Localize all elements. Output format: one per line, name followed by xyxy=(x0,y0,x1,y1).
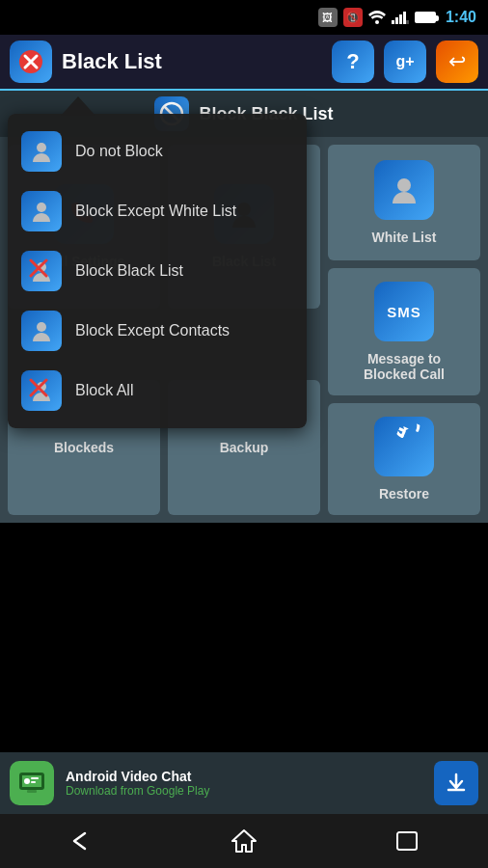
block-except-white-label: Block Except White List xyxy=(75,203,236,220)
question-icon: ? xyxy=(346,49,359,74)
undo-icon: ↩ xyxy=(448,49,466,74)
dropdown-block-except-contacts[interactable]: Block Except Contacts xyxy=(8,301,307,361)
dropdown-block-all[interactable]: Block All xyxy=(8,361,307,420)
svg-rect-25 xyxy=(27,790,37,793)
svg-rect-4 xyxy=(403,12,406,24)
status-bar: 🖼 📵 1:40 xyxy=(0,0,488,35)
sms-icon: SMS xyxy=(374,282,434,341)
battery-icon xyxy=(415,12,436,23)
svg-point-11 xyxy=(37,143,46,152)
ad-subtitle: Download from Google Play xyxy=(66,784,422,798)
recent-apps-button[interactable] xyxy=(378,822,436,860)
svg-point-0 xyxy=(375,20,379,24)
block-all-label: Block All xyxy=(75,382,133,399)
ad-download-button[interactable] xyxy=(434,761,478,805)
block-except-white-icon xyxy=(21,191,62,231)
svg-rect-1 xyxy=(392,20,394,24)
dropdown-arrow xyxy=(61,96,95,116)
svg-rect-5 xyxy=(406,20,409,24)
dropdown-block-black-list[interactable]: Block Black List xyxy=(8,241,307,301)
svg-point-16 xyxy=(37,322,46,332)
white-list-cell[interactable]: White List xyxy=(328,145,480,260)
svg-point-10 xyxy=(397,178,411,192)
status-time: 1:40 xyxy=(446,9,476,26)
white-list-icon xyxy=(374,160,434,220)
svg-rect-24 xyxy=(31,781,36,783)
blockeds-label: Blockeds xyxy=(54,440,114,455)
dropdown-block-except-white[interactable]: Block Except White List xyxy=(8,181,307,241)
svg-rect-2 xyxy=(395,17,398,24)
block-all-icon xyxy=(21,370,62,411)
dropdown-menu: Do not Block Block Except White List Blo… xyxy=(8,114,307,428)
block-except-contacts-icon xyxy=(21,311,62,351)
home-button[interactable] xyxy=(215,822,273,860)
svg-rect-26 xyxy=(397,832,417,850)
right-column: White List SMS Message to Blocked Call R… xyxy=(328,145,480,515)
svg-point-12 xyxy=(37,203,46,212)
restore-icon xyxy=(374,417,434,476)
message-blocked-cell[interactable]: SMS Message to Blocked Call xyxy=(328,268,480,395)
notif-icon-2: 📵 xyxy=(343,8,363,27)
notif-icon-1: 🖼 xyxy=(318,8,338,27)
gplus-icon: g+ xyxy=(395,53,414,70)
do-not-block-icon xyxy=(21,131,62,172)
help-button[interactable]: ? xyxy=(332,41,374,83)
top-bar: Black List ? g+ ↩ xyxy=(0,35,488,91)
ad-banner: Android Video Chat Download from Google … xyxy=(0,752,488,814)
signal-icon xyxy=(392,11,409,24)
ad-info: Android Video Chat Download from Google … xyxy=(66,769,422,798)
restore-label: Restore xyxy=(379,486,429,502)
sms-text: SMS xyxy=(387,304,421,320)
undo-button[interactable]: ↩ xyxy=(436,41,478,83)
ad-title: Android Video Chat xyxy=(66,769,422,784)
do-not-block-label: Do not Block xyxy=(75,143,163,160)
block-except-contacts-label: Block Except Contacts xyxy=(75,322,230,339)
restore-cell[interactable]: Restore xyxy=(328,403,480,515)
app-icon xyxy=(10,41,52,83)
back-button[interactable] xyxy=(52,822,110,860)
block-black-list-icon xyxy=(21,251,62,291)
svg-point-22 xyxy=(24,778,30,784)
white-list-label: White List xyxy=(372,230,437,245)
app-title: Black List xyxy=(62,49,322,74)
ad-icon xyxy=(10,761,54,805)
gplus-button[interactable]: g+ xyxy=(384,41,426,83)
backup-label: Backup xyxy=(220,440,269,455)
message-blocked-label: Message to Blocked Call xyxy=(364,351,445,382)
wifi-icon xyxy=(368,11,386,24)
dropdown-do-not-block[interactable]: Do not Block xyxy=(8,122,307,181)
svg-rect-23 xyxy=(31,777,39,779)
block-black-list-label: Block Black List xyxy=(75,262,183,280)
nav-bar xyxy=(0,814,488,868)
svg-rect-3 xyxy=(399,14,402,24)
